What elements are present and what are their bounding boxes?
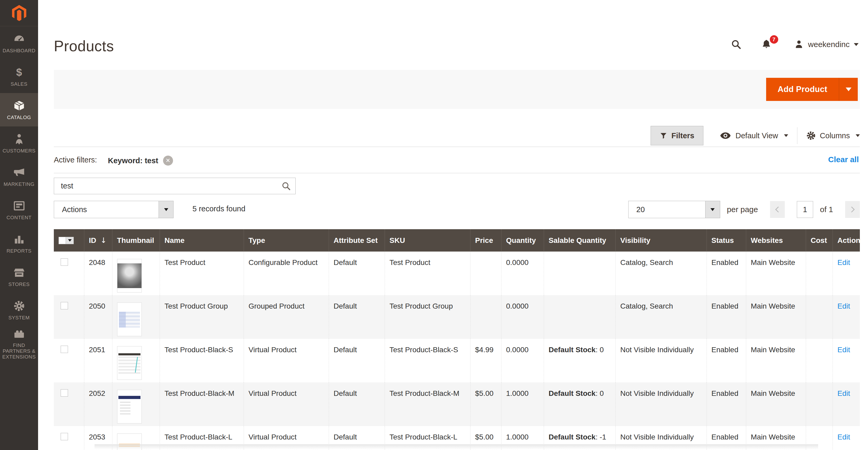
columns-selector[interactable]: Columns (806, 131, 860, 140)
edit-link[interactable]: Edit (838, 258, 850, 266)
cell-sku: Test Product-Black-S (385, 339, 470, 383)
content-icon (12, 199, 26, 212)
per-page-select[interactable]: 20 (628, 201, 720, 218)
next-page-button[interactable] (845, 201, 860, 218)
table-row: 2050 Test Product Group Grouped Product … (54, 295, 860, 339)
filter-icon (660, 132, 667, 139)
stores-icon (12, 266, 26, 279)
cell-sku: Test Product (385, 252, 470, 295)
column-header-cost[interactable]: Cost (806, 229, 833, 252)
cell-type: Configurable Product (244, 252, 329, 295)
cell-price: $5.00 (470, 383, 501, 426)
column-header-visibility[interactable]: Visibility (615, 229, 707, 252)
cell-cost (806, 295, 833, 339)
cell-thumbnail (112, 383, 160, 426)
sidebar-item-system[interactable]: SYSTEM (0, 293, 38, 327)
sidebar-item-marketing[interactable]: MARKETING (0, 160, 38, 193)
username: weekendinc (808, 40, 849, 49)
sidebar-item-reports[interactable]: REPORTS (0, 227, 38, 260)
keyword-search-input[interactable] (54, 178, 277, 194)
remove-filter-icon[interactable]: ✕ (163, 156, 173, 166)
row-checkbox[interactable] (61, 389, 68, 397)
page-number-input[interactable] (797, 201, 813, 218)
table-shadow (95, 444, 818, 449)
notifications-button[interactable]: 7 (761, 39, 772, 50)
column-header-action: Action (833, 229, 860, 252)
cell-salable-quantity: Default Stock: 0 (544, 383, 615, 426)
sidebar-item-content[interactable]: CONTENT (0, 193, 38, 227)
magento-logo-icon[interactable] (0, 0, 38, 26)
sidebar-item-catalog[interactable]: CATALOG (0, 93, 38, 126)
column-header-name[interactable]: Name (160, 229, 244, 252)
sidebar-item-sales[interactable]: $ SALES (0, 60, 38, 93)
select-all-control[interactable] (59, 237, 79, 244)
global-search-icon[interactable] (731, 39, 741, 50)
row-checkbox[interactable] (61, 258, 68, 266)
column-header-websites[interactable]: Websites (746, 229, 806, 252)
column-header-id[interactable]: ID↓ (84, 229, 112, 252)
clear-all-link[interactable]: Clear all (828, 155, 859, 164)
cell-action: Edit (833, 426, 860, 450)
eye-icon (720, 132, 731, 140)
cell-thumbnail (112, 339, 160, 383)
mass-actions-select[interactable]: Actions (54, 201, 174, 218)
cell-select (54, 426, 84, 450)
column-header-thumbnail: Thumbnail (112, 229, 160, 252)
table-row: 2052 Test Product-Black-M Virtual Produc… (54, 383, 860, 426)
row-checkbox[interactable] (61, 346, 68, 353)
cell-quantity: 0.0000 (501, 252, 544, 295)
product-thumbnail (117, 303, 142, 336)
edit-link[interactable]: Edit (838, 433, 850, 441)
gear-icon (806, 131, 816, 140)
cell-visibility: Catalog, Search (615, 295, 707, 339)
add-product-button[interactable]: Add Product (766, 78, 858, 101)
filters-button[interactable]: Filters (651, 126, 703, 145)
previous-page-button[interactable] (770, 201, 785, 218)
row-checkbox[interactable] (61, 302, 68, 309)
cell-visibility: Not Visible Individually (615, 339, 707, 383)
sidebar-item-find-partners[interactable]: FIND PARTNERS & EXTENSIONS (0, 327, 38, 360)
select-all-header (54, 229, 84, 252)
cell-salable-quantity (544, 252, 615, 295)
cell-cost (806, 252, 833, 295)
cell-status: Enabled (707, 252, 746, 295)
notification-badge: 7 (770, 35, 778, 44)
cell-name: Test Product-Black-S (160, 339, 244, 383)
cell-select (54, 383, 84, 426)
edit-link[interactable]: Edit (838, 346, 850, 354)
cell-salable-quantity (544, 295, 615, 339)
add-product-toggle[interactable] (839, 78, 858, 101)
edit-link[interactable]: Edit (838, 389, 850, 397)
column-header-type[interactable]: Type (244, 229, 329, 252)
column-header-status[interactable]: Status (707, 229, 746, 252)
product-thumbnail (117, 259, 142, 292)
chevron-down-icon (784, 134, 788, 137)
divider (54, 147, 860, 147)
sidebar-item-customers[interactable]: CUSTOMERS (0, 126, 38, 160)
cell-price: $4.99 (470, 339, 501, 383)
table-row: 2048 Test Product Configurable Product D… (54, 252, 860, 295)
select-all-checkbox[interactable] (59, 237, 66, 244)
cell-websites: Main Website (746, 383, 806, 426)
reports-icon (12, 233, 26, 246)
pagination: 20 per page of 1 (628, 201, 860, 218)
cell-websites: Main Website (746, 339, 806, 383)
view-selector[interactable]: Default View (720, 132, 788, 140)
column-header-attribute-set[interactable]: Attribute Set (329, 229, 385, 252)
marketing-icon (12, 166, 26, 179)
row-checkbox[interactable] (61, 433, 68, 440)
sidebar-item-dashboard[interactable]: DASHBOARD (0, 26, 38, 60)
column-header-sku[interactable]: SKU (385, 229, 470, 252)
column-header-salable-quantity[interactable]: Salable Quantity (544, 229, 615, 252)
select-all-dropdown[interactable] (66, 237, 74, 244)
user-menu[interactable]: weekendinc (794, 39, 859, 49)
cell-type: Virtual Product (244, 339, 329, 383)
column-header-quantity[interactable]: Quantity (501, 229, 544, 252)
customers-icon (12, 133, 26, 145)
sidebar-item-stores[interactable]: STORES (0, 260, 38, 293)
edit-link[interactable]: Edit (838, 302, 850, 310)
grid-controls: Filters Default View Columns (651, 125, 860, 146)
column-header-price[interactable]: Price (470, 229, 501, 252)
cell-attribute-set: Default (329, 295, 385, 339)
search-icon[interactable] (277, 178, 296, 194)
